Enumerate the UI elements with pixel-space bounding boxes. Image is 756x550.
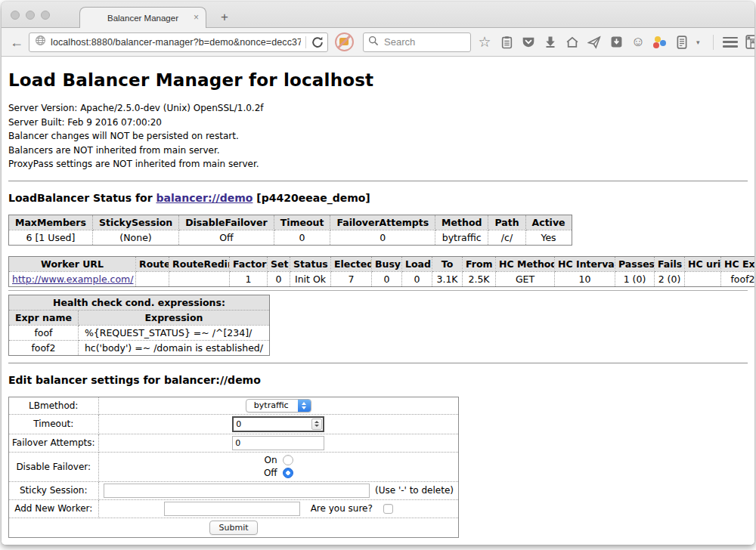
- cell: 10: [555, 271, 615, 286]
- add-worker-input[interactable]: [164, 502, 300, 516]
- header-cell: HC uri: [685, 256, 721, 271]
- health-table-title: Health check cond. expressions:: [9, 295, 270, 310]
- health-check-table: Health check cond. expressions: Expr nam…: [8, 295, 270, 356]
- lbmethod-select[interactable]: bytraffic: [246, 399, 311, 412]
- minimize-window-button[interactable]: [26, 11, 35, 20]
- back-button[interactable]: ←: [8, 33, 26, 51]
- cell: foof2: [721, 271, 755, 286]
- sticky-session-input[interactable]: [104, 484, 370, 498]
- cell: 1: [230, 271, 268, 286]
- header-cell: StickySession: [92, 215, 178, 230]
- header-cell: Factor: [230, 256, 268, 271]
- persist-warning-line: Balancer changes will NOT be persisted o…: [8, 129, 748, 144]
- form-row-add-worker: Add New Worker: Are you sure?: [9, 499, 459, 518]
- loadbalancer-status-heading: LoadBalancer Status for balancer://demo …: [8, 192, 748, 204]
- cell: 0: [402, 271, 432, 286]
- cell: 3.1K: [432, 271, 463, 286]
- disable-failover-off-radio[interactable]: [283, 468, 293, 478]
- bookmark-star-icon[interactable]: ☆: [477, 35, 492, 50]
- close-tab-icon[interactable]: ×: [194, 13, 199, 22]
- header-cell: Load: [402, 256, 432, 271]
- new-tab-button[interactable]: +: [215, 10, 234, 25]
- cell: Yes: [525, 230, 572, 245]
- proxypass-warning-line: ProxyPass settings are NOT inherited fro…: [8, 157, 748, 171]
- hello-dots-icon[interactable]: [652, 35, 668, 50]
- notes-panel-icon[interactable]: [674, 35, 689, 50]
- divider: [8, 181, 748, 182]
- urlbar-divider: [305, 36, 306, 48]
- header-cell: DisableFailover: [179, 215, 274, 230]
- cell: %{REQUEST_STATUS} =~ /^[234]/: [78, 325, 269, 340]
- cell: foof: [9, 325, 79, 340]
- timeout-input[interactable]: [234, 418, 311, 431]
- zoom-window-button[interactable]: [41, 11, 50, 20]
- url-bar[interactable]: localhost:8880/balancer-manager?b=demo&n…: [29, 32, 328, 52]
- table-title-row: Health check cond. expressions:: [9, 295, 270, 310]
- select-arrows-icon: [298, 400, 311, 412]
- cell: 0: [330, 230, 435, 245]
- timeout-input-wrap: [232, 416, 324, 432]
- header-cell: To: [432, 256, 463, 271]
- toolbar-separator: [713, 35, 714, 50]
- close-window-button[interactable]: [11, 11, 20, 20]
- status-heading-suffix: [p4420eeae_demo]: [253, 192, 370, 204]
- pocket-icon[interactable]: [521, 35, 536, 50]
- download-icon[interactable]: [543, 35, 558, 50]
- search-bar[interactable]: [363, 32, 471, 52]
- balancer-demo-link[interactable]: balancer://demo: [156, 192, 253, 204]
- form-row-timeout: Timeout:: [9, 414, 459, 434]
- header-cell: HC Method: [496, 256, 555, 271]
- url-text[interactable]: localhost:8880/balancer-manager?b=demo&n…: [51, 37, 301, 48]
- submit-button[interactable]: Submit: [209, 521, 257, 535]
- edit-balancer-heading: Edit balancer settings for balancer://de…: [8, 374, 748, 386]
- site-identity-globe-icon[interactable]: [35, 35, 46, 49]
- menu-hamburger-icon[interactable]: [723, 35, 738, 50]
- worker-status-table: Worker URL Route RouteRedir Factor Set S…: [8, 256, 754, 287]
- search-input[interactable]: [383, 36, 458, 48]
- table-row: 6 [1 Used] (None) Off 0 0 bytraffic /c/ …: [9, 230, 572, 245]
- page-content: Load Balancer Manager for localhost Serv…: [2, 57, 754, 545]
- clipboard-icon[interactable]: [499, 35, 514, 50]
- window-titlebar: Balancer Manager × +: [2, 2, 754, 28]
- send-plane-icon[interactable]: [587, 35, 602, 50]
- tab-groups-icon[interactable]: [745, 35, 754, 50]
- search-icon: [368, 36, 379, 49]
- chevron-down-icon[interactable]: ▾: [696, 39, 704, 46]
- worker-url-link[interactable]: http://www.example.com/: [12, 273, 133, 285]
- disable-failover-on-radio[interactable]: [283, 455, 293, 465]
- header-cell: Fails: [655, 256, 685, 271]
- cell: 0: [372, 271, 402, 286]
- failover-attempts-input[interactable]: [232, 436, 324, 450]
- reload-icon[interactable]: [311, 36, 324, 49]
- cell: 6 [1 Used]: [9, 230, 93, 245]
- cell: (None): [92, 230, 178, 245]
- cell: 0: [274, 230, 330, 245]
- server-info: Server Version: Apache/2.5.0-dev (Unix) …: [8, 101, 748, 171]
- number-stepper-icon[interactable]: [311, 419, 322, 430]
- server-built-line: Server Built: Feb 9 2016 07:00:20: [8, 116, 748, 130]
- divider: [8, 363, 748, 364]
- confirm-checkbox[interactable]: [383, 504, 393, 514]
- adblock-disabled-icon[interactable]: [335, 32, 354, 51]
- lbmethod-selected-value: bytraffic: [254, 400, 298, 410]
- reader-download-icon[interactable]: [609, 35, 624, 50]
- page-title: Load Balancer Manager for localhost: [8, 70, 748, 90]
- navigation-toolbar: ← localhost:8880/balancer-manager?b=demo…: [2, 28, 754, 57]
- header-cell: RouteRedir: [169, 256, 230, 271]
- chat-smiley-icon[interactable]: ☺: [631, 35, 646, 50]
- server-version-line: Server Version: Apache/2.5.0-dev (Unix) …: [8, 101, 748, 116]
- header-cell: Expression: [78, 310, 269, 325]
- table-header-row: MaxMembers StickySession DisableFailover…: [9, 215, 572, 230]
- cell: [169, 271, 230, 286]
- home-icon[interactable]: [565, 35, 580, 50]
- header-cell: MaxMembers: [9, 215, 93, 230]
- browser-tab[interactable]: Balancer Manager ×: [79, 7, 206, 28]
- worker-url-cell: http://www.example.com/: [9, 271, 136, 286]
- window-controls: [11, 11, 50, 20]
- header-cell: Set: [268, 256, 290, 271]
- cell: Init Ok: [290, 271, 331, 286]
- table-header-row: Expr name Expression: [9, 310, 270, 325]
- lbmethod-label: LBmethod:: [9, 397, 99, 414]
- header-cell: From: [463, 256, 496, 271]
- cell: [136, 271, 169, 286]
